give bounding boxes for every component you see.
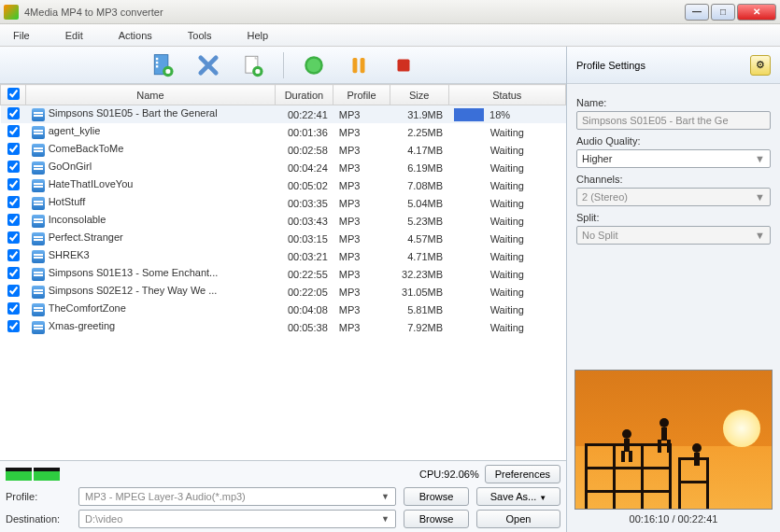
quality-combo[interactable]: Higher▼ — [576, 149, 771, 168]
name-field[interactable]: Simpsons S01E05 - Bart the Ge — [576, 111, 771, 130]
file-icon — [32, 108, 45, 121]
row-checkbox[interactable] — [7, 320, 20, 332]
profile-combo[interactable]: MP3 - MPEG Layer-3 Audio(*.mp3) ▼ — [78, 487, 396, 506]
file-profile: MP3 — [333, 123, 390, 141]
chevron-down-icon: ▼ — [381, 514, 390, 524]
browse-button[interactable]: Browse — [404, 487, 469, 506]
menu-tools[interactable]: Tools — [188, 30, 212, 41]
header-check[interactable] — [1, 85, 26, 105]
pause-button[interactable] — [344, 50, 374, 80]
file-icon — [32, 268, 45, 281]
table-row[interactable]: Simpsons S02E12 - They Way We ...00:22:0… — [1, 283, 566, 301]
chevron-down-icon: ▼ — [381, 492, 390, 501]
table-row[interactable]: Inconsolable00:03:43MP35.23MBWaiting — [1, 212, 566, 230]
file-duration: 00:04:08 — [275, 301, 333, 318]
menu-edit[interactable]: Edit — [65, 30, 83, 41]
row-checkbox[interactable] — [7, 178, 20, 190]
file-profile: MP3 — [333, 230, 390, 247]
profile-settings-header: Profile Settings ⚙ — [567, 47, 780, 84]
file-size: 7.92MB — [390, 318, 448, 336]
file-profile: MP3 — [333, 105, 390, 124]
file-duration: 00:02:58 — [275, 141, 333, 159]
settings-gear-button[interactable]: ⚙ — [750, 55, 771, 76]
add-file-button[interactable] — [149, 50, 178, 80]
add-output-button[interactable] — [238, 50, 268, 80]
table-row[interactable]: HotStuff00:03:35MP35.04MBWaiting — [1, 194, 566, 212]
file-duration: 00:03:15 — [275, 230, 333, 247]
header-name[interactable]: Name — [26, 85, 275, 105]
name-label: Name: — [576, 97, 771, 108]
menu-help[interactable]: Help — [247, 30, 268, 41]
table-row[interactable]: Perfect.Stranger00:03:15MP34.57MBWaiting — [1, 230, 566, 247]
svg-point-27 — [622, 429, 631, 439]
file-name: Simpsons S01E13 - Some Enchant... — [49, 267, 219, 278]
menu-actions[interactable]: Actions — [119, 30, 152, 41]
table-row[interactable]: HateThatILoveYou00:05:02MP37.08MBWaiting — [1, 176, 566, 194]
row-checkbox[interactable] — [7, 143, 20, 155]
file-size: 7.08MB — [390, 176, 448, 194]
minimize-button[interactable]: — — [685, 4, 709, 21]
browse-destination-button[interactable]: Browse — [404, 510, 469, 528]
chevron-down-icon: ▼ — [755, 230, 765, 241]
table-row[interactable]: agent_kylie00:01:36MP32.25MBWaiting — [1, 123, 566, 141]
open-button[interactable]: Open — [476, 510, 560, 528]
file-size: 5.81MB — [390, 301, 448, 318]
table-row[interactable]: Simpsons S01E05 - Bart the General00:22:… — [1, 105, 566, 124]
cpu-bar — [34, 468, 60, 481]
channels-combo[interactable]: 2 (Stereo)▼ — [576, 188, 771, 206]
file-profile: MP3 — [333, 212, 390, 230]
header-size[interactable]: Size — [390, 85, 448, 105]
row-checkbox[interactable] — [7, 249, 20, 261]
select-all-checkbox[interactable] — [7, 88, 20, 100]
svg-rect-17 — [613, 443, 616, 509]
row-checkbox[interactable] — [7, 196, 20, 208]
menu-file[interactable]: File — [13, 30, 30, 41]
row-checkbox[interactable] — [7, 214, 20, 226]
split-label: Split: — [576, 212, 771, 223]
preferences-button[interactable]: Preferences — [485, 465, 560, 483]
file-size: 32.23MB — [390, 265, 448, 283]
header-duration[interactable]: Duration — [275, 85, 333, 105]
menu-bar: File Edit Actions Tools Help — [0, 24, 780, 47]
file-name: HotStuff — [49, 196, 86, 207]
row-checkbox[interactable] — [7, 161, 20, 173]
stop-button[interactable] — [389, 50, 418, 80]
table-row[interactable]: SHREK300:03:21MP34.71MBWaiting — [1, 247, 566, 265]
maximize-button[interactable]: □ — [711, 4, 735, 21]
svg-rect-29 — [621, 451, 625, 462]
row-checkbox[interactable] — [7, 231, 20, 244]
split-combo[interactable]: No Split▼ — [576, 226, 771, 245]
table-row[interactable]: Simpsons S01E13 - Some Enchant...00:22:5… — [1, 265, 566, 283]
file-icon — [32, 321, 45, 334]
row-checkbox[interactable] — [7, 302, 20, 315]
file-duration: 00:03:21 — [275, 247, 333, 265]
file-name: agent_kylie — [49, 125, 101, 136]
video-preview[interactable] — [574, 370, 773, 510]
app-icon — [4, 5, 19, 20]
row-checkbox[interactable] — [7, 267, 20, 279]
file-duration: 00:01:36 — [275, 123, 333, 141]
destination-combo[interactable]: D:\video ▼ — [78, 510, 396, 528]
close-button[interactable]: ✕ — [737, 4, 776, 21]
row-checkbox[interactable] — [7, 107, 20, 119]
row-checkbox[interactable] — [7, 125, 20, 137]
header-profile[interactable]: Profile — [333, 85, 390, 105]
table-row[interactable]: TheComfortZone00:04:08MP35.81MBWaiting — [1, 301, 566, 318]
table-row[interactable]: ComeBackToMe00:02:58MP34.17MBWaiting — [1, 141, 566, 159]
file-status: Waiting — [448, 123, 565, 141]
window-title: 4Media MP4 to MP3 converter — [24, 7, 685, 18]
svg-rect-19 — [669, 443, 672, 509]
svg-rect-1 — [155, 57, 157, 59]
title-bar: 4Media MP4 to MP3 converter — □ ✕ — [0, 0, 780, 24]
svg-rect-2 — [155, 61, 157, 63]
remove-file-button[interactable] — [193, 50, 223, 80]
row-checkbox[interactable] — [7, 285, 20, 297]
table-row[interactable]: Xmas-greeting00:05:38MP37.92MBWaiting — [1, 318, 566, 336]
start-button[interactable] — [299, 50, 329, 80]
table-row[interactable]: GoOnGirl00:04:24MP36.19MBWaiting — [1, 159, 566, 176]
file-icon — [32, 144, 45, 157]
file-profile: MP3 — [333, 318, 390, 336]
quality-label: Audio Quality: — [576, 135, 771, 147]
header-status[interactable]: Status — [448, 85, 565, 105]
save-as-button[interactable]: Save As... ▼ — [476, 487, 560, 506]
